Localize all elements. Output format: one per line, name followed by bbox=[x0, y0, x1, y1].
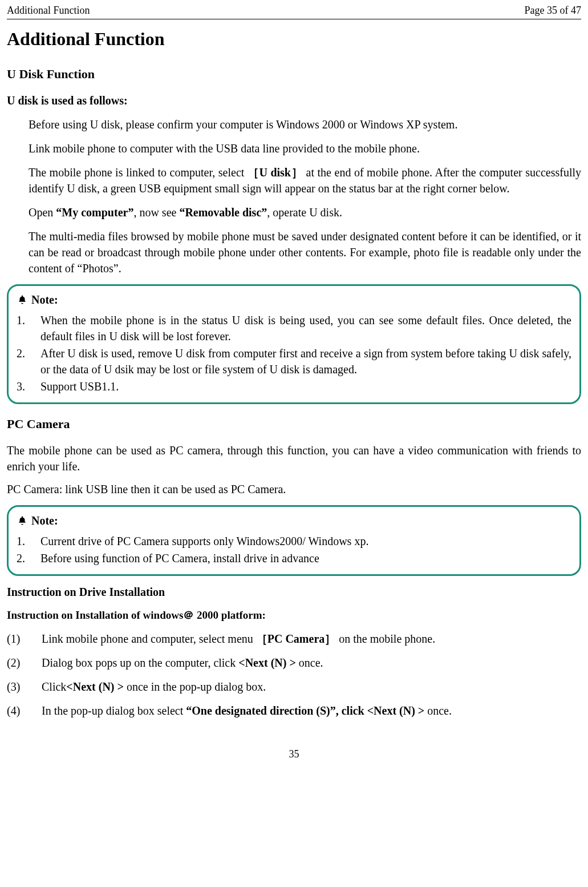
udisk-p3: The mobile phone is linked to computer, … bbox=[29, 164, 581, 196]
step-3: (3) Click<Next (N) > once in the pop-up … bbox=[7, 679, 581, 695]
note-list: 1.Current drive of PC Camera supports on… bbox=[17, 533, 571, 566]
install-steps: (1) Link mobile phone and computer, sele… bbox=[7, 631, 581, 719]
page-header: Additional Function Page 35 of 47 bbox=[7, 3, 581, 19]
list-item: 3.Support USB1.1. bbox=[17, 378, 571, 394]
note-heading: Note: bbox=[17, 292, 571, 308]
udisk-p4: Open “My computer”, now see “Removable d… bbox=[29, 204, 581, 220]
note-box-1: Note: 1. When the mobile phone is in the… bbox=[7, 284, 581, 404]
bell-icon bbox=[17, 515, 28, 526]
udisk-p5: The multi-media files browsed by mobile … bbox=[29, 228, 581, 276]
udisk-subheading: U disk is used as follows: bbox=[7, 92, 581, 108]
list-item: 2.After U disk is used, remove U disk fr… bbox=[17, 345, 571, 377]
step-4: (4) In the pop-up dialog box select “One… bbox=[7, 703, 581, 719]
step-1: (1) Link mobile phone and computer, sele… bbox=[7, 631, 581, 647]
header-title-left: Additional Function bbox=[7, 3, 90, 18]
note-box-2: Note: 1.Current drive of PC Camera suppo… bbox=[7, 505, 581, 576]
pccamera-p1: The mobile phone can be used as PC camer… bbox=[7, 442, 581, 474]
udisk-content: Before using U disk, please confirm your… bbox=[7, 116, 581, 276]
udisk-menu-label: ［U disk］ bbox=[248, 166, 303, 179]
list-item: 1. When the mobile phone is in the statu… bbox=[17, 312, 571, 344]
udisk-p1: Before using U disk, please confirm your… bbox=[29, 116, 581, 132]
note-list: 1. When the mobile phone is in the statu… bbox=[17, 312, 571, 394]
install-heading: Instruction on Drive Installation bbox=[7, 584, 581, 600]
list-item: 2.Before using function of PC Camera, in… bbox=[17, 550, 571, 566]
pccamera-heading: PC Camera bbox=[7, 416, 581, 433]
list-item: 1.Current drive of PC Camera supports on… bbox=[17, 533, 571, 549]
note-label: Note: bbox=[31, 292, 58, 308]
step-2: (2) Dialog box pops up on the computer, … bbox=[7, 655, 581, 671]
header-title-right: Page 35 of 47 bbox=[525, 3, 581, 18]
note-label: Note: bbox=[31, 513, 58, 529]
bell-icon bbox=[17, 294, 28, 305]
udisk-p2: Link mobile phone to computer with the U… bbox=[29, 140, 581, 156]
page-title: Additional Function bbox=[7, 26, 581, 52]
udisk-heading: U Disk Function bbox=[7, 66, 581, 83]
note-heading: Note: bbox=[17, 513, 571, 529]
install-subheading: Instruction on Installation of windows＠ … bbox=[7, 608, 581, 623]
page-number: 35 bbox=[7, 747, 581, 761]
pccamera-p2: PC Camera: link USB line then it can be … bbox=[7, 481, 581, 497]
